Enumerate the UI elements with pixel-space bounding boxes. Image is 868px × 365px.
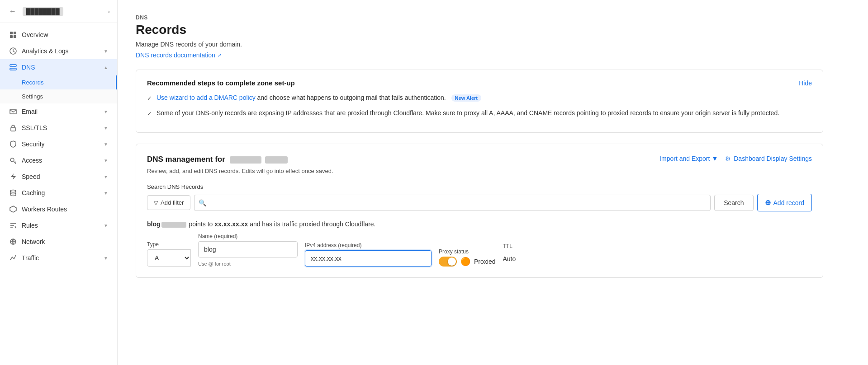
dns-mgmt-description: Review, add, and edit DNS records. Edits…: [147, 168, 812, 174]
search-input-wrap: 🔍: [194, 195, 711, 211]
sidebar-item-security[interactable]: Security ▼: [0, 136, 117, 152]
domain-blur-inline: [161, 222, 186, 228]
filter-icon: ▽: [154, 200, 158, 206]
search-button[interactable]: Search: [714, 195, 753, 211]
sidebar-navigation: Overview Analytics & Logs ▼ DNS ▲ Record…: [0, 23, 117, 365]
proxy-toggle-row: 🟠 Proxied: [439, 257, 495, 267]
svg-point-12: [10, 190, 16, 192]
record-info: blog points to xx.xx.xx.xx and has its t…: [147, 220, 812, 228]
sidebar-item-label: Analytics & Logs: [22, 47, 69, 55]
dmarc-link[interactable]: Use wizard to add a DMARC policy: [157, 94, 256, 101]
chevron-down-icon: ▼: [104, 142, 108, 147]
name-label: Name (required): [198, 233, 298, 239]
traffic-icon: [9, 254, 17, 262]
chevron-down-icon: ▼: [104, 126, 108, 131]
sidebar-item-label: Email: [22, 108, 38, 115]
type-select[interactable]: A AAAA CNAME MX TXT: [147, 249, 191, 267]
sidebar-item-settings[interactable]: Settings: [0, 89, 117, 103]
sidebar-item-network[interactable]: Network: [0, 234, 117, 250]
rules-icon: [9, 221, 17, 229]
sidebar-item-workers-routes[interactable]: Workers Routes: [0, 201, 117, 217]
dns-mgmt-title: DNS management for: [147, 155, 288, 164]
proxy-group: Proxy status 🟠 Proxied: [439, 248, 495, 267]
sidebar-item-speed[interactable]: Speed ▼: [0, 168, 117, 185]
alert-item-dmarc: ✓ Use wizard to add a DMARC policy and c…: [147, 93, 812, 103]
main-content-area: DNS Records Manage DNS records of your d…: [118, 0, 868, 365]
sidebar-domain: ████████: [23, 7, 63, 16]
dns-mgmt-actions: Import and Export ▼ ⚙ Dashboard Display …: [659, 155, 812, 162]
svg-rect-9: [10, 109, 16, 114]
page-title: Records: [136, 23, 823, 37]
sidebar-header: ← ████████ ›: [0, 0, 117, 23]
ttl-label: TTL: [503, 243, 516, 249]
sidebar: ← ████████ › Overview Analytics & Logs ▼…: [0, 0, 118, 365]
dns-mgmt-header: DNS management for Import and Export ▼ ⚙…: [147, 155, 812, 164]
sidebar-item-label: Network: [22, 238, 45, 245]
page-description: Manage DNS records of your domain.: [136, 41, 823, 48]
svg-rect-0: [10, 32, 13, 34]
toggle-thumb: [448, 257, 456, 266]
grid-icon: [9, 31, 17, 39]
doc-link-text: DNS records documentation: [136, 51, 215, 59]
back-button[interactable]: ←: [7, 5, 18, 17]
svg-rect-2: [10, 35, 13, 38]
search-input[interactable]: [194, 195, 711, 211]
sidebar-item-caching[interactable]: Caching ▼: [0, 185, 117, 201]
alert-item-proxy: ✓ Some of your DNS-only records are expo…: [147, 108, 812, 118]
sidebar-item-rules[interactable]: Rules ▼: [0, 217, 117, 234]
sidebar-item-dns[interactable]: DNS ▲: [0, 59, 117, 75]
doc-link[interactable]: DNS records documentation ↗: [136, 51, 222, 59]
sidebar-item-ssl[interactable]: SSL/TLS ▼: [0, 120, 117, 136]
search-icon: 🔍: [199, 199, 206, 206]
type-group: Type A AAAA CNAME MX TXT: [147, 241, 191, 267]
chevron-down-icon: ▼: [104, 109, 108, 114]
sidebar-item-label: Records: [22, 79, 43, 86]
ipv4-input[interactable]: [305, 250, 432, 267]
sidebar-item-overview[interactable]: Overview: [0, 27, 117, 43]
chevron-down-icon: ▼: [104, 256, 108, 261]
domain-blur: [230, 156, 261, 164]
sidebar-item-label: Workers Routes: [22, 206, 67, 213]
search-label: Search DNS Records: [147, 183, 812, 190]
ipv4-label: IPv4 address (required): [305, 242, 432, 248]
gear-icon: ⚙: [725, 155, 731, 162]
sidebar-item-analytics[interactable]: Analytics & Logs ▼: [0, 43, 117, 59]
dns-submenu: Records Settings: [0, 75, 117, 103]
alert-title: Recommended steps to complete zone set-u…: [147, 79, 812, 87]
sidebar-item-access[interactable]: Access ▼: [0, 152, 117, 168]
shield-icon: [9, 140, 17, 148]
chevron-down-icon: ▼: [104, 174, 108, 179]
chart-icon: [9, 47, 17, 55]
sidebar-item-email[interactable]: Email ▼: [0, 103, 117, 120]
import-export-button[interactable]: Import and Export ▼: [659, 155, 718, 162]
name-hint: Use @ for root: [198, 261, 298, 267]
chevron-down-icon: ▼: [711, 155, 718, 162]
sidebar-item-label: Traffic: [22, 254, 39, 262]
check-icon: ✓: [147, 94, 152, 103]
svg-rect-10: [11, 127, 15, 131]
sidebar-item-label: Caching: [22, 189, 45, 197]
add-record-button[interactable]: ⊕ Add record: [757, 194, 812, 211]
sidebar-expand-button[interactable]: ›: [108, 8, 110, 15]
domain-blur-2: [265, 156, 288, 164]
sidebar-item-label: SSL/TLS: [22, 124, 47, 131]
chevron-up-icon: ▲: [104, 65, 108, 70]
sidebar-item-label: Security: [22, 140, 45, 148]
add-filter-button[interactable]: ▽ Add filter: [147, 195, 190, 210]
svg-point-8: [11, 69, 12, 70]
svg-point-11: [10, 158, 14, 162]
proxy-toggle[interactable]: [439, 257, 457, 267]
network-icon: [9, 238, 17, 246]
svg-rect-1: [14, 32, 16, 34]
proxy-label: Proxy status: [439, 248, 495, 255]
sidebar-item-label: DNS: [22, 64, 35, 71]
sidebar-item-traffic[interactable]: Traffic ▼: [0, 250, 117, 266]
chevron-down-icon: ▼: [104, 49, 108, 54]
chevron-down-icon: ▼: [104, 223, 108, 228]
sidebar-item-records[interactable]: Records: [0, 75, 117, 89]
name-input[interactable]: [198, 241, 298, 257]
dashboard-settings-button[interactable]: ⚙ Dashboard Display Settings: [725, 155, 812, 162]
search-row: ▽ Add filter 🔍 Search ⊕ Add record: [147, 194, 812, 211]
hide-button[interactable]: Hide: [799, 80, 812, 87]
ttl-group: TTL Auto: [503, 243, 516, 267]
